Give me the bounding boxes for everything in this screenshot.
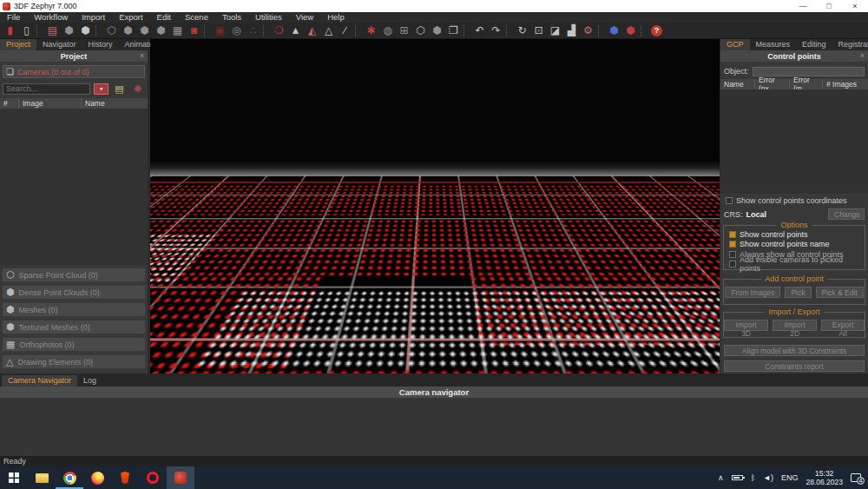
rotate-icon[interactable]: ↻	[514, 23, 530, 38]
ortho-step-icon[interactable]: ▦	[169, 23, 186, 38]
dense-cloud-step-icon[interactable]: ⬢	[120, 23, 136, 38]
wire-grid-icon[interactable]: ⊞	[396, 23, 412, 38]
section-dense-point-clouds[interactable]: ⬢ Dense Point Clouds (0)	[2, 285, 146, 300]
menu-export[interactable]: Export	[112, 12, 149, 23]
open-project-icon[interactable]: ▯	[18, 23, 35, 38]
hexagon-filled-icon[interactable]: ⬢	[429, 23, 445, 38]
grid-toggle-icon[interactable]: ◱	[155, 360, 163, 370]
hidden-icons-chevron[interactable]: ∧	[718, 473, 724, 482]
render-viewport[interactable]: z x y ◱ ▟	[150, 39, 720, 373]
menu-import[interactable]: Import	[75, 12, 112, 23]
bluetooth-icon[interactable]: ᛒ	[751, 473, 755, 482]
maximize-button[interactable]: □	[816, 0, 842, 12]
column-num-images[interactable]: # Images	[823, 79, 868, 89]
section-meshes[interactable]: ⬢ Meshes (0)	[2, 302, 146, 317]
opt-show-control-points[interactable]: Show control points	[729, 230, 865, 239]
menu-file[interactable]: File	[0, 12, 27, 23]
menu-utilities[interactable]: Utilities	[248, 12, 289, 23]
chrome-icon[interactable]	[56, 466, 83, 489]
language-indicator[interactable]: ENG	[781, 473, 799, 482]
section-sparse-point-cloud[interactable]: ⬡ Sparse Point Cloud (0)	[2, 268, 146, 282]
panel-close-icon[interactable]: ×	[140, 51, 144, 60]
tab-project[interactable]: Project	[0, 39, 36, 50]
filmstrip-button[interactable]: ▤	[112, 83, 127, 95]
from-images-button[interactable]: From Images	[725, 287, 780, 298]
section-orthophotos[interactable]: ▦ Orthophotos (0)	[2, 337, 146, 352]
tab-editing[interactable]: Editing	[796, 39, 832, 50]
hexagon-outline-icon[interactable]: ⬡	[412, 23, 429, 38]
mesh-icon[interactable]: ⬢	[61, 23, 77, 38]
checkbox[interactable]	[729, 251, 736, 258]
align-model-button[interactable]: Align model with 3D Constraints	[724, 345, 865, 356]
checkbox[interactable]	[729, 231, 736, 238]
tab-camera-navigator[interactable]: Camera Navigator	[2, 375, 77, 387]
control-points-table[interactable]	[720, 89, 868, 194]
file-explorer-icon[interactable]	[28, 466, 56, 489]
cube-red-icon[interactable]: ⬢	[622, 23, 639, 38]
slope-icon[interactable]: ◪	[547, 23, 563, 38]
checkbox[interactable]	[726, 197, 733, 204]
bulb-icon[interactable]: ❍	[271, 23, 287, 38]
camera-red-icon[interactable]: ◙	[186, 23, 202, 38]
battery-icon[interactable]	[732, 475, 743, 480]
import-2d-button[interactable]: Import 2D	[773, 320, 817, 331]
sparkle-filter-button[interactable]: ❋	[130, 83, 145, 95]
mesh-step-icon[interactable]: ⬢	[136, 23, 153, 38]
menu-scene[interactable]: Scene	[178, 12, 215, 23]
speaker-icon[interactable]: ◄)	[763, 473, 773, 482]
tab-registration[interactable]: Registration	[832, 39, 868, 50]
section-textured-meshes[interactable]: ⬢ Textured Meshes (0)	[2, 320, 146, 334]
column-name[interactable]: Name	[82, 98, 148, 109]
tab-measures[interactable]: Measures	[750, 39, 797, 50]
column-index[interactable]: #	[0, 98, 19, 109]
brave-icon[interactable]	[111, 466, 139, 489]
tab-navigator[interactable]: Navigator	[36, 39, 82, 50]
menu-workflow[interactable]: Workflow	[27, 12, 75, 23]
checkbox[interactable]	[729, 241, 736, 248]
new-mesh-icon[interactable]: ⬢	[77, 23, 94, 38]
triangle-outline-icon[interactable]: △	[320, 23, 337, 38]
menu-edit[interactable]: Edit	[150, 12, 178, 23]
column-name[interactable]: Name	[720, 79, 755, 89]
textured-mesh-step-icon[interactable]: ⬢	[153, 23, 169, 38]
stats-icon[interactable]: ▟	[175, 360, 182, 370]
column-image[interactable]: Image	[19, 98, 82, 109]
redo-icon[interactable]: ↷	[488, 23, 504, 38]
undo-icon[interactable]: ↶	[471, 23, 488, 38]
object-combobox[interactable]	[753, 67, 865, 76]
pick-edit-button[interactable]: Pick & Edit	[816, 287, 864, 298]
copy-icon[interactable]: ❐	[445, 23, 462, 38]
export-all-button[interactable]: Export All	[821, 320, 865, 331]
clock[interactable]: 15:32 28.06.2023	[806, 469, 843, 486]
triangle-half-icon[interactable]: ◭	[304, 23, 320, 38]
tab-history[interactable]: History	[82, 39, 119, 50]
opt-add-visible-cameras[interactable]: Add visible cameras to picked points	[729, 260, 865, 269]
brush-icon[interactable]: ∕	[337, 23, 353, 38]
column-error-px[interactable]: Error (px	[755, 79, 790, 89]
camera-filter-button[interactable]: ▪	[94, 83, 108, 95]
menu-tools[interactable]: Tools	[215, 12, 248, 23]
minimize-button[interactable]: —	[790, 0, 816, 12]
sparse-cloud-step-icon[interactable]: ⬡	[103, 23, 120, 38]
pick-button[interactable]: Pick	[785, 287, 811, 298]
cluster-tool-icon[interactable]: ✱	[363, 23, 379, 38]
cube-blue-icon[interactable]: ⬢	[606, 23, 622, 38]
opt-show-control-points-name[interactable]: Show control points name	[729, 240, 865, 248]
change-crs-button[interactable]: Change	[828, 208, 865, 220]
triangle-filled-icon[interactable]: ▲	[287, 23, 304, 38]
target-icon[interactable]: ◎	[228, 23, 245, 38]
crop-icon[interactable]: ⊡	[530, 23, 547, 38]
opera-icon[interactable]	[139, 466, 167, 489]
selection-box-icon[interactable]: ▣	[212, 23, 228, 38]
point-cluster-icon[interactable]: ∴	[245, 23, 261, 38]
zephyr-taskbar-icon[interactable]	[167, 466, 194, 489]
start-button[interactable]	[0, 466, 28, 489]
gear-icon[interactable]: ⚙	[580, 23, 596, 38]
panel-close-icon[interactable]: ×	[860, 51, 865, 60]
tab-log[interactable]: Log	[77, 375, 102, 387]
image-list[interactable]	[0, 109, 148, 265]
notification-center-icon[interactable]: 4	[851, 473, 861, 482]
search-input[interactable]	[3, 83, 90, 95]
new-project-icon[interactable]: ▮	[2, 23, 18, 38]
images-list-icon[interactable]: ▤	[44, 23, 61, 38]
